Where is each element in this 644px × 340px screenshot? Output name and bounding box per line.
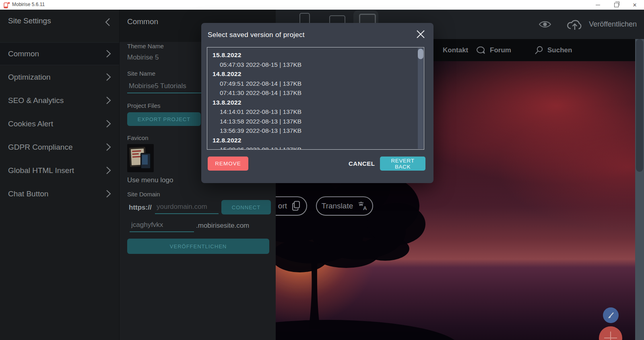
sidebar-item-label: GDPR Compliance [8,143,73,152]
chevron-right-icon [106,120,111,128]
project-files-label: Project Files [127,102,161,109]
close-window-button[interactable]: ✕ [625,0,644,10]
style-brush-fab[interactable] [603,307,619,323]
sidebar-title: Site Settings [8,16,51,25]
pill-label: Translate [322,202,353,210]
version-date-group: 12.8.2022 [213,136,413,145]
site-name-label: Site Name [127,70,155,77]
cloud-upload-icon[interactable] [566,19,583,31]
search-icon [535,46,543,55]
theme-name-label: Theme Name [127,43,164,49]
chevron-right-icon [106,73,111,81]
maximize-button[interactable] [607,0,625,10]
export-pill-button[interactable]: ort [276,196,307,216]
chevron-right-icon [106,143,111,151]
sidebar-header[interactable]: Site Settings [0,10,119,33]
site-settings-sidebar: Site Settings Common Optimization SEO & … [0,10,119,340]
export-project-button[interactable]: EXPORT PROJECT [127,112,201,126]
paintbrush-icon [607,311,615,319]
sidebar-item-optimization[interactable]: Optimization [0,66,119,89]
theme-name-value: Mobirise 5 [127,54,159,62]
chat-bubble-icon [476,46,486,54]
https-prefix: https:// [129,204,152,212]
domain-suffix: .mobirisesite.com [196,222,249,230]
close-icon[interactable] [415,28,427,40]
sidebar-item-label: Cookies Alert [8,120,53,128]
nav-label: Forum [490,46,511,54]
tree-silhouette-art [276,158,461,340]
sidebar-item-cookies-alert[interactable]: Cookies Alert [0,112,119,135]
sidebar-item-label: Common [8,49,39,58]
publish-topbar-label[interactable]: Veröffentlichen [589,20,637,29]
cancel-button[interactable]: CANCEL [346,157,377,171]
nav-label: Kontakt [443,46,468,54]
app-window: Mobirise 5.6.11 ✕ Site Settings Common O… [0,0,644,340]
chevron-right-icon [106,49,111,58]
version-select-dialog: Select saved version of project 15.8.202… [201,23,433,183]
version-entry[interactable]: 14:13:58 2022-08-13 | 137KB [213,117,413,126]
sidebar-item-chat-button[interactable]: Chat Button [0,182,119,205]
favicon-label: Favicon [127,134,149,141]
version-listbox: 15.8.2022 05:47:03 2022-08-15 | 137KB 14… [207,47,424,150]
restore-icon [614,3,619,7]
custom-domain-input[interactable] [155,203,219,214]
app-logo-icon [3,2,10,8]
dialog-title: Select saved version of project [208,31,305,39]
translate-pill-button[interactable]: Translate A [316,196,373,216]
sidebar-item-label: Global HTML Insert [8,166,74,175]
translate-icon: A [358,201,367,211]
sidebar-item-label: SEO & Analytics [8,96,64,105]
chevron-left-icon[interactable] [105,18,110,27]
version-entry[interactable]: 13:56:39 2022-08-13 | 137KB [213,126,413,136]
minimize-button[interactable] [588,0,607,10]
chevron-right-icon [106,190,111,198]
publish-panel-button[interactable]: VERÖFFENTLICHEN [127,239,269,254]
pill-label: ort [278,202,287,210]
nav-forum[interactable]: Forum [476,39,511,61]
titlebar: Mobirise 5.6.11 ✕ [0,0,644,10]
site-domain-label: Site Domain [127,191,160,198]
nav-kontakt[interactable]: Kontakt [443,39,468,61]
sidebar-item-label: Optimization [8,73,51,82]
version-list: 15.8.2022 05:47:03 2022-08-15 | 137KB 14… [207,47,413,149]
favicon-image[interactable] [127,144,154,172]
version-date-group: 14.8.2022 [213,69,413,79]
list-scrollbar[interactable] [418,48,423,149]
preview-eye-icon[interactable] [538,20,552,29]
favicon-tablet-art [140,153,151,169]
nav-suchen[interactable]: Suchen [535,39,572,61]
svg-text:A: A [363,205,367,211]
version-entry[interactable]: 07:41:30 2022-08-14 | 137KB [213,88,413,98]
page-scrollbar[interactable] [635,39,644,340]
add-block-fab[interactable] [599,326,622,340]
plus-icon [610,332,611,340]
panel-title: Common [127,17,158,26]
minimize-icon [596,5,600,5]
copy-icon [292,201,301,211]
topbar-actions: Veröffentlichen [538,10,637,39]
list-scrollbar-thumb[interactable] [418,49,423,59]
use-menu-logo-label[interactable]: Use menu logo [127,176,173,184]
sidebar-item-seo-analytics[interactable]: SEO & Analytics [0,89,119,112]
version-entry[interactable]: 07:49:51 2022-08-14 | 137KB [213,79,413,89]
sidebar-item-gdpr-compliance[interactable]: GDPR Compliance [0,136,119,159]
version-entry[interactable]: 05:47:03 2022-08-15 | 137KB [213,60,413,70]
version-entry[interactable]: 15:08:06 2022-08-12 | 137KB [213,145,413,149]
version-date-group: 15.8.2022 [213,50,413,60]
sidebar-item-common[interactable]: Common [0,42,119,65]
version-date-group: 13.8.2022 [213,98,413,107]
connect-domain-button[interactable]: CONNECT [221,200,271,214]
subdomain-input[interactable] [130,221,194,232]
version-entry[interactable]: 14:14:01 2022-08-13 | 137KB [213,107,413,117]
chevron-right-icon [106,166,111,175]
window-title: Mobirise 5.6.11 [12,2,45,7]
remove-button[interactable]: REMOVE [208,157,248,171]
page-scrollbar-thumb[interactable] [636,39,643,172]
revert-back-button[interactable]: REVERT BACK [380,157,425,171]
nav-label: Suchen [547,46,572,54]
sidebar-item-global-html-insert[interactable]: Global HTML Insert [0,159,119,182]
sidebar-item-label: Chat Button [8,190,48,198]
chevron-right-icon [106,96,111,105]
